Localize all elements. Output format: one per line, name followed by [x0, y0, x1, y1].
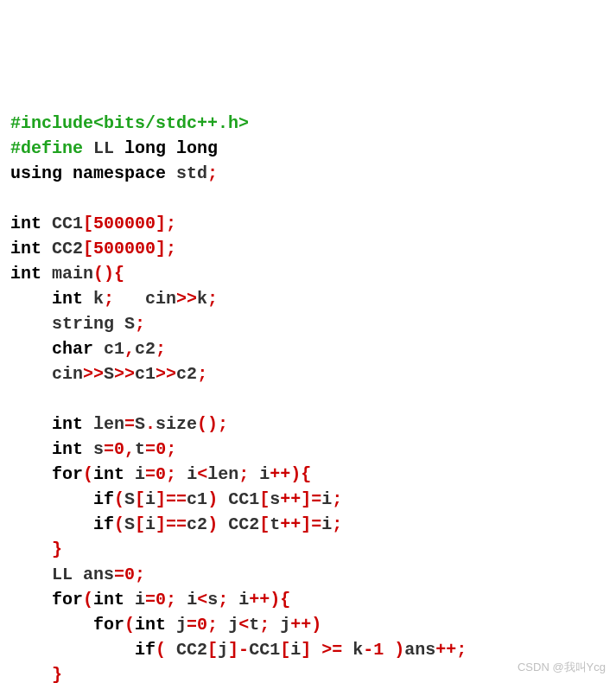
code-line: int len=S.size();: [10, 414, 228, 434]
number: 500000: [93, 214, 156, 233]
keyword-for: for: [52, 590, 83, 610]
code-line: }: [10, 539, 62, 559]
keyword-if: if: [93, 514, 114, 534]
ident-cc1: CC1: [41, 214, 83, 233]
code-line: for(int i=0; i<s; i++){: [10, 590, 290, 610]
keyword-for: for: [93, 615, 124, 635]
watermark-text: CSDN @我叫Ycg: [518, 660, 606, 676]
code-line: int main(){: [10, 264, 124, 284]
code-line: }: [10, 665, 62, 683]
code-line: for(int j=0; j<t; j++): [10, 615, 321, 635]
keyword-int: int: [52, 289, 83, 309]
number: 500000: [93, 239, 156, 259]
brace-close: }: [52, 539, 62, 559]
code-line: char c1,c2;: [10, 339, 166, 359]
keyword-if: if: [93, 489, 114, 509]
code-block: #include<bits/stdc++.h> #define LL long …: [10, 111, 606, 683]
code-line: for(int i=0; i<len; i++){: [10, 464, 311, 484]
code-line: int k; cin>>k;: [10, 289, 218, 309]
keyword-int: int: [10, 239, 41, 259]
bracket-close: ];: [156, 239, 176, 259]
ident-main: main: [41, 264, 93, 284]
brace-close: }: [52, 665, 62, 683]
keyword-if: if: [135, 640, 156, 660]
keyword-namespace: namespace: [73, 163, 166, 183]
code-line: string S;: [10, 314, 145, 334]
code-line: if(S[i]==c1) CC1[s++]=i;: [10, 489, 342, 509]
keyword-int: int: [52, 439, 83, 459]
punct: (){: [93, 264, 124, 284]
keyword-longlong: long long: [124, 138, 218, 158]
bracket-open: [: [83, 214, 93, 233]
code-line: int s=0,t=0;: [10, 439, 176, 459]
keyword-int: int: [10, 214, 41, 233]
keyword-for: for: [52, 464, 83, 484]
bracket-open: [: [83, 239, 93, 259]
keyword-int: int: [10, 264, 41, 284]
ident-std: std: [166, 163, 207, 183]
keyword-char: char: [52, 339, 93, 359]
code-line: int CC2[500000];: [10, 239, 176, 259]
ident-cc2: CC2: [41, 239, 83, 259]
code-line: if(S[i]==c2) CC2[t++]=i;: [10, 514, 342, 534]
code-line: int CC1[500000];: [10, 214, 176, 233]
code-line: LL ans=0;: [10, 565, 145, 584]
preproc-include: #include: [10, 113, 93, 133]
keyword-using: using: [10, 163, 62, 183]
include-header: <bits/stdc++.h>: [93, 113, 249, 133]
code-line: #include<bits/stdc++.h>: [10, 113, 249, 133]
code-line: #define LL long long: [10, 138, 218, 158]
code-line: if( CC2[j]-CC1[i] >= k-1 )ans++;: [10, 640, 467, 660]
punct: ;: [207, 163, 218, 183]
code-line: using namespace std;: [10, 163, 218, 183]
bracket-close: ];: [156, 214, 176, 233]
preproc-define: #define: [10, 138, 83, 158]
macro-name: LL: [83, 138, 124, 158]
code-line: cin>>S>>c1>>c2;: [10, 364, 207, 384]
keyword-int: int: [52, 414, 83, 434]
